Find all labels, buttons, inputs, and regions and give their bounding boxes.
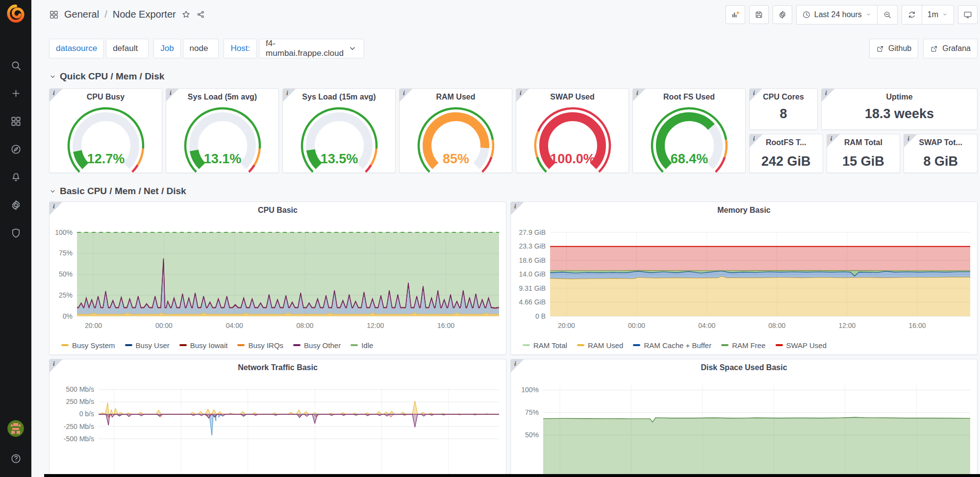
svg-text:500 Mb/s: 500 Mb/s [66, 385, 94, 393]
panel-info-corner[interactable]: i [50, 359, 62, 372]
panel-title[interactable]: RootFS T... [762, 138, 810, 147]
search-icon[interactable] [5, 54, 26, 76]
legend-label: SWAP Used [786, 341, 827, 350]
dashboards-icon[interactable] [5, 110, 26, 132]
panel-title[interactable]: Root FS Used [646, 93, 732, 101]
explore-compass-icon[interactable] [5, 138, 26, 160]
grafana-logo-icon[interactable] [5, 3, 26, 24]
add-panel-button[interactable] [726, 5, 745, 24]
panel-title[interactable]: Uptime [834, 93, 964, 101]
svg-text:50%: 50% [525, 431, 539, 439]
time-range-picker[interactable]: Last 24 hours [797, 5, 877, 24]
panel-sys-load-15m-avg: iSys Load (15m avg)13.5% [282, 88, 396, 173]
panel-title[interactable]: SWAP Tot... [917, 138, 964, 147]
panel-title[interactable]: CPU Basic [62, 206, 493, 215]
gauge-sys-load-15m-avg: 13.5% [285, 102, 393, 177]
legend-label: Busy Iowait [190, 341, 228, 350]
panel-title[interactable]: RAM Used [412, 93, 499, 101]
variable-datasource-select[interactable]: default [106, 39, 149, 58]
panel-info-corner[interactable]: i [511, 202, 524, 215]
panel-info-corner[interactable]: i [511, 359, 524, 372]
clock-icon [802, 10, 811, 19]
variable-host-select[interactable]: f4-mumbai.frappe.cloud [259, 39, 364, 58]
panel-title[interactable]: Memory Basic [524, 206, 964, 215]
legend-item[interactable]: RAM Free [721, 341, 765, 350]
breadcrumb-folder[interactable]: General [64, 9, 99, 20]
row-header-basic[interactable]: Basic CPU / Mem / Net / Disk [49, 186, 978, 197]
legend-swatch [237, 344, 245, 346]
chevron-down-icon [348, 44, 357, 53]
stat-value: 242 GiB [750, 154, 823, 169]
variable-label: Job [153, 39, 180, 58]
panel-info-corner[interactable]: i [750, 134, 762, 147]
panel-cpu-basic: iCPU Basic20:0000:0004:0008:0012:0016:00… [49, 201, 506, 355]
legend-item[interactable]: Idle [351, 341, 373, 350]
panel-title[interactable]: CPU Cores [762, 93, 804, 101]
panel-title[interactable]: Sys Load (5m avg) [179, 93, 266, 101]
legend-item[interactable]: RAM Cache + Buffer [633, 341, 711, 350]
refresh-button[interactable] [902, 5, 922, 24]
github-link-button[interactable]: Github [869, 39, 918, 58]
panel-info-corner[interactable]: i [822, 89, 834, 101]
panel-info-corner[interactable]: i [50, 202, 62, 215]
dashboard-toolbar: Last 24 hours 1m [726, 5, 978, 25]
zoom-out-button[interactable] [877, 5, 897, 24]
time-picker-group: Last 24 hours [796, 5, 898, 25]
legend-item[interactable]: SWAP Used [776, 341, 827, 350]
panel-network-traffic-basic: iNetwork Traffic Basic500 Mb/s250 Mb/s0 … [49, 359, 506, 477]
legend-swatch [293, 344, 301, 346]
svg-text:18.6 GiB: 18.6 GiB [519, 256, 546, 264]
panel-info-corner[interactable]: i [166, 89, 179, 101]
save-dashboard-button[interactable] [749, 5, 769, 24]
panel-title[interactable]: RAM Total [840, 138, 887, 147]
panel-info-corner[interactable]: i [400, 89, 412, 101]
chevron-down-icon [942, 11, 948, 18]
panel-info-corner[interactable]: i [904, 134, 917, 147]
legend-item[interactable]: Busy IRQs [237, 341, 283, 350]
legend-item[interactable]: RAM Used [577, 341, 624, 350]
variable-job-select[interactable]: node [183, 39, 219, 58]
chart-canvas-memory_basic: 20:0000:0004:0008:0012:0016:000 B4.66 Gi… [511, 202, 977, 354]
panel-info-corner[interactable]: i [827, 134, 840, 147]
chevron-down-icon [49, 188, 56, 195]
panel-info-corner[interactable]: i [633, 89, 646, 101]
svg-text:100%: 100% [55, 228, 73, 236]
row-header-quick[interactable]: Quick CPU / Mem / Disk [49, 71, 978, 82]
chart-row-2: iNetwork Traffic Basic500 Mb/s250 Mb/s0 … [49, 359, 978, 477]
panel-title[interactable]: Network Traffic Basic [62, 363, 493, 372]
legend-item[interactable]: Busy Iowait [179, 341, 228, 350]
legend-label: RAM Cache + Buffer [644, 341, 711, 350]
panel-title[interactable]: Sys Load (15m avg) [296, 93, 382, 101]
panel-info-corner[interactable]: i [283, 89, 296, 101]
grafana-link-button[interactable]: Grafana [923, 39, 978, 58]
svg-text:12:00: 12:00 [838, 322, 855, 329]
breadcrumb: General / Node Exporter [49, 9, 205, 20]
panel-info-corner[interactable]: i [516, 89, 529, 101]
help-icon[interactable] [5, 448, 26, 469]
configuration-gear-icon[interactable] [5, 194, 26, 216]
create-plus-icon[interactable] [5, 82, 26, 104]
legend-item[interactable]: Busy User [125, 341, 170, 350]
panel-title[interactable]: CPU Busy [62, 93, 149, 101]
panel-info-corner[interactable]: i [50, 89, 62, 101]
svg-text:0 b/s: 0 b/s [79, 410, 94, 418]
server-admin-shield-icon[interactable] [5, 222, 26, 244]
dashboard-settings-button[interactable] [773, 5, 792, 24]
dashboard-main: General / Node Exporter [31, 0, 980, 477]
legend-item[interactable]: Busy Other [293, 341, 341, 350]
panel-title[interactable]: Disk Space Used Basic [524, 363, 964, 372]
legend-label: Busy System [72, 341, 115, 350]
tv-mode-button[interactable] [958, 5, 978, 24]
alerting-bell-icon[interactable] [5, 166, 26, 188]
user-avatar[interactable] [7, 420, 24, 437]
legend-item[interactable]: RAM Total [523, 341, 567, 350]
star-icon[interactable] [181, 10, 191, 19]
sidebar-nav [5, 54, 26, 244]
breadcrumb-dashboard-title[interactable]: Node Exporter [113, 9, 176, 20]
legend-item[interactable]: Busy System [61, 341, 115, 350]
svg-text:0 B: 0 B [535, 312, 546, 320]
share-icon[interactable] [196, 10, 205, 19]
refresh-interval-picker[interactable]: 1m [922, 5, 954, 24]
panel-title[interactable]: SWAP Used [529, 93, 616, 101]
panel-info-corner[interactable]: i [750, 89, 762, 101]
